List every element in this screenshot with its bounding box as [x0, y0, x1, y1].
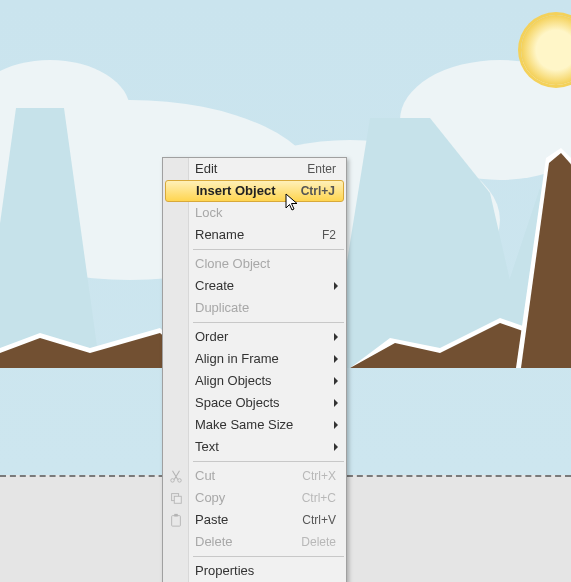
menu-item-label: Properties [195, 560, 336, 582]
peak [486, 148, 571, 368]
menu-item-label: Text [195, 436, 336, 458]
menu-separator [193, 322, 344, 323]
menu-item-label: Make Same Size [195, 414, 336, 436]
menu-item-label: Edit [195, 158, 307, 180]
menu-item-label: Lock [195, 202, 336, 224]
menu-item-edit[interactable]: EditEnter [163, 158, 346, 180]
svg-point-1 [178, 479, 182, 483]
menu-item-insert-object[interactable]: Insert ObjectCtrl+J [165, 180, 344, 202]
menu-item-label: Clone Object [195, 253, 336, 275]
menu-item-label: Duplicate [195, 297, 336, 319]
menu-item-clone-object: Clone Object [163, 253, 346, 275]
svg-point-0 [171, 479, 175, 483]
chevron-right-icon [334, 355, 338, 363]
paste-icon [168, 512, 184, 528]
menu-item-shortcut: Ctrl+J [301, 180, 335, 202]
menu-item-order[interactable]: Order [163, 326, 346, 348]
chevron-right-icon [334, 333, 338, 341]
menu-item-label: Paste [195, 509, 302, 531]
menu-item-delete: DeleteDelete [163, 531, 346, 553]
menu-item-create[interactable]: Create [163, 275, 346, 297]
menu-item-paste[interactable]: PasteCtrl+V [163, 509, 346, 531]
menu-separator [193, 461, 344, 462]
chevron-right-icon [334, 421, 338, 429]
menu-item-label: Delete [195, 531, 301, 553]
chevron-right-icon [334, 282, 338, 290]
svg-rect-4 [172, 516, 181, 527]
menu-item-label: Align Objects [195, 370, 336, 392]
menu-item-duplicate: Duplicate [163, 297, 346, 319]
menu-item-label: Insert Object [196, 180, 301, 202]
chevron-right-icon [334, 377, 338, 385]
menu-item-shortcut: Enter [307, 158, 336, 180]
menu-item-shortcut: Ctrl+X [302, 465, 336, 487]
svg-rect-3 [174, 496, 181, 503]
menu-item-rename[interactable]: RenameF2 [163, 224, 346, 246]
menu-item-label: Copy [195, 487, 302, 509]
menu-item-label: Cut [195, 465, 302, 487]
menu-item-cut: CutCtrl+X [163, 465, 346, 487]
menu-item-text[interactable]: Text [163, 436, 346, 458]
svg-rect-5 [174, 514, 178, 517]
menu-item-shortcut: F2 [322, 224, 336, 246]
menu-item-label: Space Objects [195, 392, 336, 414]
menu-item-space-objects[interactable]: Space Objects [163, 392, 346, 414]
menu-item-align-in-frame[interactable]: Align in Frame [163, 348, 346, 370]
menu-item-label: Create [195, 275, 336, 297]
menu-item-shortcut: Delete [301, 531, 336, 553]
menu-item-copy: CopyCtrl+C [163, 487, 346, 509]
menu-item-shortcut: Ctrl+C [302, 487, 336, 509]
menu-item-label: Order [195, 326, 336, 348]
copy-icon [168, 490, 184, 506]
menu-item-shortcut: Ctrl+V [302, 509, 336, 531]
menu-item-lock: Lock [163, 202, 346, 224]
context-menu[interactable]: EditEnterInsert ObjectCtrl+JLockRenameF2… [162, 157, 347, 582]
game-editor-canvas: EditEnterInsert ObjectCtrl+JLockRenameF2… [0, 0, 571, 582]
menu-item-label: Rename [195, 224, 322, 246]
menu-item-make-same-size[interactable]: Make Same Size [163, 414, 346, 436]
menu-separator [193, 249, 344, 250]
menu-item-properties[interactable]: Properties [163, 560, 346, 582]
cut-icon [168, 468, 184, 484]
menu-separator [193, 556, 344, 557]
chevron-right-icon [334, 443, 338, 451]
menu-item-align-objects[interactable]: Align Objects [163, 370, 346, 392]
menu-item-label: Align in Frame [195, 348, 336, 370]
chevron-right-icon [334, 399, 338, 407]
